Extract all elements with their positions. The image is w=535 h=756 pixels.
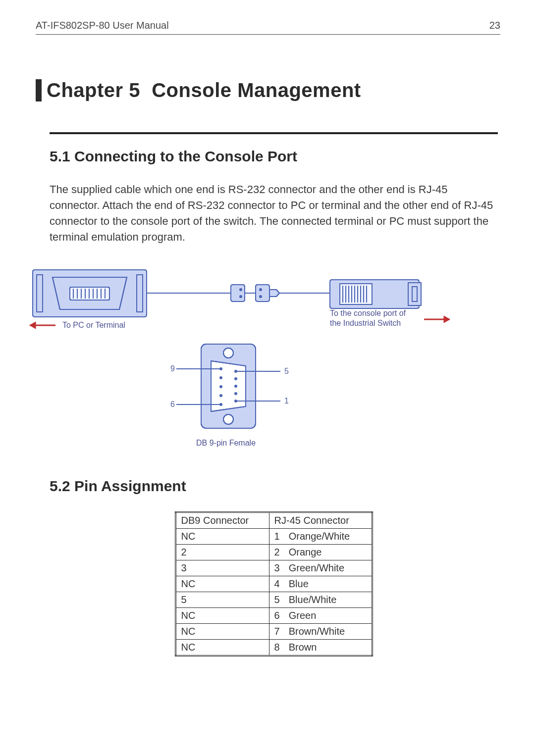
svg-rect-20 xyxy=(231,285,245,302)
svg-rect-4 xyxy=(137,275,143,312)
table-row: NC 8 Brown xyxy=(175,639,372,655)
table-row: NC 7 Brown/White xyxy=(175,623,372,639)
pin-label-6: 6 xyxy=(170,400,175,408)
pin-label-9: 9 xyxy=(170,364,175,373)
diagram-left-label: To PC or Terminal xyxy=(62,321,125,329)
svg-point-62 xyxy=(234,385,237,388)
svg-marker-46 xyxy=(30,322,36,329)
page-number: 23 xyxy=(489,20,500,31)
svg-rect-31 xyxy=(340,284,372,304)
svg-marker-48 xyxy=(444,316,450,323)
doc-title: AT-IFS802SP-80 User Manual xyxy=(36,20,169,31)
cell-rj45: 1 Orange/White xyxy=(269,528,372,544)
header-db9: DB9 Connector xyxy=(175,512,269,528)
chapter-label: Chapter 5 xyxy=(47,79,140,101)
cell-db9: NC xyxy=(175,528,269,544)
svg-point-22 xyxy=(240,289,242,291)
cell-db9: NC xyxy=(175,576,269,592)
svg-point-59 xyxy=(219,376,222,379)
table-row: NC 1 Orange/White xyxy=(175,528,372,544)
pin-assignment-table: DB9 Connector RJ-45 Connector NC 1 Orang… xyxy=(175,511,373,656)
section-5-1-paragraph: The supplied cable which one end is RS-2… xyxy=(50,182,498,245)
svg-rect-42 xyxy=(408,283,421,305)
rj45-connector-icon xyxy=(330,280,421,308)
table-row: NC 4 Blue xyxy=(175,576,372,592)
cell-db9: NC xyxy=(175,607,269,623)
section-rule xyxy=(50,132,498,134)
cell-rj45: 2 Orange xyxy=(269,544,372,560)
table-row: 3 3 Green/White xyxy=(175,560,372,576)
cable-joiner-icon xyxy=(231,285,279,302)
section-5-2-heading: 5.2 Pin Assignment xyxy=(50,478,498,495)
section-5-1: 5.1 Connecting to the Console Port The s… xyxy=(50,132,498,245)
cable-diagram: To PC or Terminal To the console port of… xyxy=(23,265,469,453)
section-5-2: 5.2 Pin Assignment DB9 Connector RJ-45 C… xyxy=(50,478,498,656)
diagram-right-label-1: To the console port of xyxy=(330,309,406,317)
header-rj45: RJ-45 Connector xyxy=(269,512,372,528)
pin-label-1: 1 xyxy=(284,397,289,405)
table-row: 5 5 Blue/White xyxy=(175,592,372,607)
chapter-name: Console Management xyxy=(152,79,361,101)
arrow-right-icon xyxy=(424,316,450,323)
cell-rj45: 3 Green/White xyxy=(269,560,372,576)
cell-rj45: 8 Brown xyxy=(269,639,372,655)
cell-rj45: 4 Blue xyxy=(269,576,372,592)
cell-rj45: 6 Green xyxy=(269,607,372,623)
svg-rect-24 xyxy=(256,285,269,302)
pin-label-5: 5 xyxy=(284,367,289,375)
svg-rect-2 xyxy=(37,275,43,312)
cell-db9: 2 xyxy=(175,544,269,560)
chapter-title: Chapter 5 Console Management xyxy=(36,79,500,101)
cell-db9: NC xyxy=(175,623,269,639)
cell-db9: NC xyxy=(175,639,269,655)
page: AT-IFS802SP-80 User Manual 23 Chapter 5 … xyxy=(0,0,535,756)
db9-caption: DB 9-pin Female xyxy=(196,439,256,447)
svg-point-64 xyxy=(234,392,237,395)
title-accent-bar xyxy=(36,79,42,101)
diagram-right-label-2: the Industrial Switch xyxy=(330,319,401,327)
cell-rj45: 7 Brown/White xyxy=(269,623,372,639)
svg-point-60 xyxy=(234,377,237,380)
svg-point-63 xyxy=(219,394,222,397)
cell-db9: 3 xyxy=(175,560,269,576)
svg-point-61 xyxy=(219,385,222,388)
svg-point-26 xyxy=(260,289,262,291)
svg-point-27 xyxy=(260,296,262,298)
svg-point-23 xyxy=(240,296,242,298)
db9-pinout-icon xyxy=(176,344,280,428)
table-row: NC 6 Green xyxy=(175,607,372,623)
arrow-left-icon xyxy=(30,322,55,329)
cell-db9: 5 xyxy=(175,592,269,607)
db9-connector-icon xyxy=(33,270,147,317)
section-5-1-heading: 5.1 Connecting to the Console Port xyxy=(50,148,498,165)
cell-rj45: 5 Blue/White xyxy=(269,592,372,607)
table-row: 2 2 Orange xyxy=(175,544,372,560)
page-header: AT-IFS802SP-80 User Manual 23 xyxy=(36,20,500,35)
table-header-row: DB9 Connector RJ-45 Connector xyxy=(175,512,372,528)
